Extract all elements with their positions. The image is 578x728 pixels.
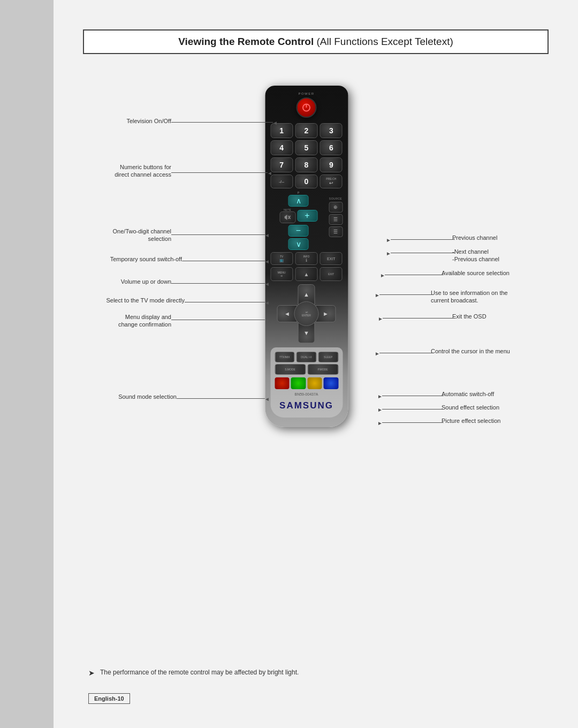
arrow-sound-mode: ◄ [264,396,270,402]
line-sound-effect [382,409,444,410]
line-prev-ch [391,239,455,240]
btn-6[interactable]: 6 [320,140,343,155]
source-button3[interactable]: ☰ [329,226,343,237]
arrow-tv-mode: ◄ [264,300,270,306]
vol-minus-button[interactable]: − [288,225,309,237]
line-sound-mode [177,398,265,399]
power-icon [302,103,311,112]
pmode-label: P.MODE [317,368,328,371]
line-menu [171,320,265,320]
dual-label: DUAL I-II [301,355,311,359]
numpad-row4: -/-- 0 PRE-CH ↩ [270,175,343,188]
line-volume [171,283,265,284]
menu-button[interactable]: MENU ≡ [270,267,293,281]
ch-down-button[interactable]: ∨ [288,238,309,250]
numpad-row3: 7 8 9 [270,157,343,172]
ttx-label: TTX/MIX [279,355,290,359]
source-button[interactable]: ⊕ [329,202,343,213]
menu-row: MENU ≡ ▲ EXIT [270,267,343,281]
label-sound-mode: Sound mode selection [64,393,177,400]
arrow-source: ► [380,272,385,278]
source-button2[interactable]: ☰ [329,214,343,225]
source-group: SOURCE ⊕ ☰ ☰ [329,195,343,237]
green-button[interactable] [291,377,306,389]
btn-4[interactable]: 4 [270,140,293,155]
exit-label2: EXIT [328,272,334,276]
btn-0[interactable]: 0 [295,175,317,188]
line-next-prev [391,253,455,253]
line-cursor [379,353,433,353]
arrow-numeric: ◄ [267,170,272,176]
dual-button[interactable]: DUAL I-II [296,352,317,362]
label-picture-effect: Picture effect selection [442,418,549,424]
menu-icon: ≡ [280,274,283,278]
mute-icon [284,214,291,221]
label-source: Available source selection [442,270,549,276]
red-button[interactable] [275,377,290,389]
arrow-digit: ◄ [264,232,270,238]
arrow-exit-osd: ► [378,316,383,322]
enter-button[interactable]: ↩ ENTER [294,301,319,326]
arrow-mute: ◄ [264,259,270,264]
ch-vol-section: P ∧ NUTE [270,191,343,250]
remote-control: POWER 1 2 3 4 5 6 7 8 [265,86,348,427]
btn-9[interactable]: 9 [320,157,343,172]
smode-button[interactable]: S.MODE [275,364,306,375]
mute-button[interactable] [279,211,295,223]
sleep-label: SLEEP [324,355,332,359]
exit-button2[interactable]: EXIT [320,267,343,281]
label-numeric: Numeric buttons fordirect channel access [64,163,171,179]
exit-label: EXIT [327,257,336,261]
tv-button[interactable]: TV 📺 [270,252,293,265]
btn-8[interactable]: 8 [295,157,317,172]
line-tv-on-off [171,122,273,123]
page-number: English-10 [88,693,130,704]
arrow-cursor: ► [375,351,380,357]
line-mute [182,261,265,261]
ttx-row: TTX/MIX DUAL I-II SLEEP [275,352,338,362]
label-next-prev: -Next channel-Previous channel [452,248,549,263]
exit-button[interactable]: EXIT [320,252,343,265]
btn-2[interactable]: 2 [295,123,317,138]
numpad-row2: 4 5 6 [270,140,343,155]
arrow-sound-effect: ► [377,407,383,413]
sleep-button[interactable]: SLEEP [318,352,338,362]
arrow-auto-off: ► [377,393,383,399]
line-numeric [171,172,268,173]
note-section: ➤ The performance of the remote control … [88,669,549,677]
vol-plus-button[interactable]: + [297,210,317,222]
pmode-button[interactable]: P.MODE [307,364,338,375]
line-auto-off [382,396,444,396]
svg-marker-3 [285,215,287,220]
power-button[interactable] [296,97,317,118]
nav-up-button[interactable]: ▲ [295,267,317,281]
yellow-button[interactable] [307,377,322,389]
btn-3[interactable]: 3 [320,123,343,138]
btn-5[interactable]: 5 [295,140,317,155]
p-label: P [270,191,326,194]
label-exit-osd: Exit the OSD [452,313,549,320]
arrow-picture-effect: ► [377,420,383,426]
dpad: ▲ ◄ ► ▼ ↩ ENTER [277,284,336,343]
left-controls: ∧ NUTE [270,195,326,250]
title-box: Viewing the Remote Control (All Function… [83,29,549,54]
info-icon: ℹ [306,258,307,263]
btn-7[interactable]: 7 [270,157,293,172]
label-tv-on-off: Television On/Off [64,118,171,124]
ch-up-button[interactable]: ∧ [288,195,309,207]
arrow-tv-on-off: ◄ [272,120,278,126]
label-menu: Menu display andchange confirmation [64,313,171,329]
label-volume: Volume up or down [64,278,171,285]
numpad-row1: 1 2 3 [270,123,343,138]
btn-prech[interactable]: PRE-CH ↩ [320,175,343,188]
arrow-volume: ◄ [264,281,270,287]
note-text: The performance of the remote control ma… [100,669,299,676]
prech-icon: ↩ [329,180,333,186]
label-info: Use to see information on thecurrent bro… [431,289,549,305]
ttx-button[interactable]: TTX/MIX [275,352,295,362]
info-button[interactable]: INFO ℹ [295,252,317,265]
arrow-menu: ◄ [264,317,270,323]
btn-dash[interactable]: -/-- [270,175,293,188]
note-symbol: ➤ [88,669,95,677]
blue-button[interactable] [324,377,339,389]
